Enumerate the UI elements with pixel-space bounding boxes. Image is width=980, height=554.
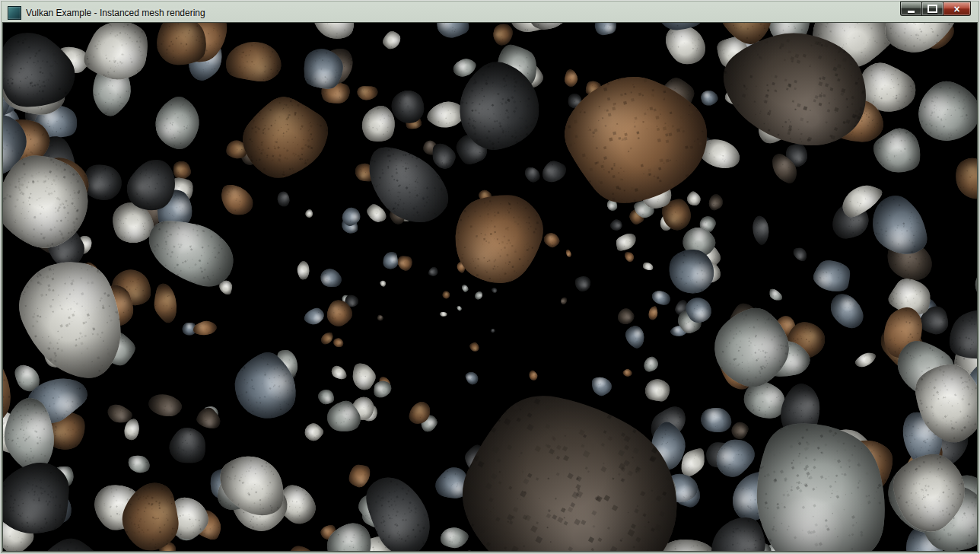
window-icon[interactable] [8,6,21,20]
minimize-icon [908,11,915,13]
close-button[interactable]: × [943,2,971,16]
viewport-canvas[interactable] [3,23,977,551]
maximize-button[interactable] [921,2,943,16]
close-icon: × [953,4,959,14]
title-bar[interactable]: Vulkan Example - Instanced mesh renderin… [3,2,977,23]
render-viewport[interactable] [3,23,977,551]
caption-button-group: × [901,2,971,16]
app-window: Vulkan Example - Instanced mesh renderin… [0,0,980,554]
minimize-button[interactable] [900,2,922,16]
maximize-icon [928,5,937,13]
window-title: Vulkan Example - Instanced mesh renderin… [26,8,205,18]
